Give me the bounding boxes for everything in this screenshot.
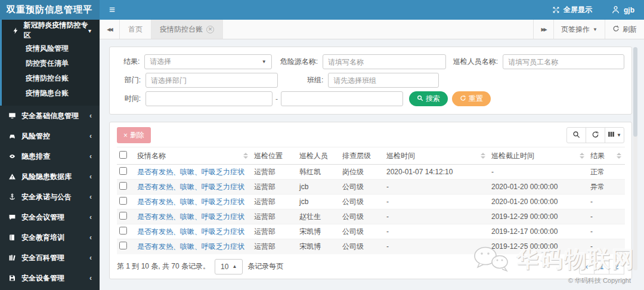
tab-bar: ◀◀ 首页 疫情防控台账 ✕ ▶▶ 页签操作 ▼ 刷新	[100, 20, 644, 39]
sidebar-item[interactable]: 安全教育培训‹	[0, 227, 100, 248]
chevron-left-icon: ‹	[89, 193, 92, 201]
sort-icon[interactable]	[617, 153, 623, 159]
scrollbar-thumb[interactable]	[633, 47, 637, 137]
sidebar-item[interactable]: 风险管控‹	[0, 126, 100, 146]
cell-result: 正常	[588, 165, 625, 180]
department-input[interactable]	[145, 73, 278, 88]
pager-item[interactable]: 2	[609, 259, 624, 274]
sidebar-subitem[interactable]: 疫情隐患台账	[2, 86, 100, 101]
page-size-select[interactable]: 10 ▲	[215, 259, 243, 274]
table-columns-button[interactable]: ▼	[605, 127, 624, 143]
epidemic-name-link[interactable]: 是否有发热、咳嗽、呼吸乏力症状	[137, 242, 244, 251]
cell-time: -	[384, 224, 489, 239]
tabs-scroll-left-button[interactable]: ◀◀	[100, 20, 120, 39]
tab-operations-dropdown[interactable]: 页签操作 ▼	[553, 20, 605, 39]
filter-panel: 结果: 请选择 ▼ 危险源名称: 巡检人员名称: 部门: 班组:	[109, 47, 632, 115]
table-row: 是否有发热、咳嗽、呼吸乏力症状运营部jcb公司级-2020-01-20 00:0…	[117, 195, 625, 209]
cell-level: 公司级	[340, 195, 384, 209]
sort-icon[interactable]	[481, 153, 487, 159]
chevron-left-icon: ‹	[89, 132, 92, 140]
sidebar-item[interactable]: 隐患排查‹	[0, 146, 100, 166]
cell-deadline: 2019-12-17 00:00:00	[489, 224, 588, 239]
column-header[interactable]: 疫情名称	[135, 147, 252, 165]
cell-time: -	[384, 239, 489, 254]
hazard-name-input[interactable]	[323, 54, 446, 69]
tabs-scroll-right-button[interactable]: ▶▶	[533, 20, 553, 39]
delete-button[interactable]: × 删除	[117, 127, 151, 143]
time-start-input[interactable]	[145, 91, 273, 106]
row-checkbox[interactable]	[119, 227, 127, 235]
row-checkbox[interactable]	[119, 242, 127, 249]
row-checkbox[interactable]	[119, 167, 127, 175]
caret-up-icon: ▲	[232, 264, 237, 269]
columns-icon	[608, 131, 615, 140]
sidebar-subitem[interactable]: 疫情风险管理	[2, 41, 100, 56]
column-header[interactable]: 巡检截止时间	[489, 147, 588, 165]
fullscreen-button[interactable]: 全屏显示	[543, 0, 602, 20]
refresh-icon	[612, 25, 620, 34]
search-button[interactable]: 搜索	[409, 91, 448, 106]
table-row: 是否有发热、咳嗽、呼吸乏力症状运营部jcb公司级-2020-01-20 00:0…	[117, 180, 625, 195]
epidemic-name-link[interactable]: 是否有发热、咳嗽、呼吸乏力症状	[137, 168, 244, 176]
epidemic-name-link[interactable]: 是否有发热、咳嗽、呼吸乏力症状	[137, 212, 244, 221]
sidebar-item[interactable]: 安全承诺与公告‹	[0, 187, 100, 207]
sidebar-item[interactable]: 安全百科管理‹	[0, 248, 100, 268]
sidebar-menu: 安全基础信息管理‹风险管控‹隐患排查‹风险隐患数据库‹安全承诺与公告‹安全会议管…	[0, 106, 100, 288]
refresh-tab-button[interactable]: 刷新	[605, 20, 644, 39]
sidebar-submenu: 疫情风险管理防控责任清单疫情防控台账疫情隐患台账	[2, 41, 100, 101]
bolt-icon	[12, 27, 20, 35]
sort-icon[interactable]	[243, 153, 249, 159]
result-select[interactable]: 请选择 ▼	[144, 54, 271, 69]
cell-level: 公司级	[340, 180, 384, 195]
topbar-spacer	[125, 0, 543, 20]
vertical-scrollbar[interactable]	[633, 47, 637, 270]
epidemic-name-link[interactable]: 是否有发热、咳嗽、呼吸乏力症状	[137, 227, 244, 236]
cell-level: 公司级	[340, 224, 384, 239]
caret-down-icon: ▼	[262, 59, 267, 64]
cell-deadline: 2019-12-25 00:00:00	[489, 239, 588, 254]
cell-inspector: 韩红凯	[297, 165, 340, 180]
main-area: ◀◀ 首页 疫情防控台账 ✕ ▶▶ 页签操作 ▼ 刷新 结果:	[100, 20, 644, 290]
table-refresh-button[interactable]	[586, 127, 605, 143]
sidebar-item[interactable]: 安全设备管理‹	[0, 268, 100, 288]
warning-icon	[8, 173, 18, 180]
sidebar-subitem[interactable]: 防控责任清单	[2, 56, 100, 71]
pager-item[interactable]: 1	[594, 259, 609, 274]
cell-time: -	[384, 195, 489, 209]
inspector-name-input[interactable]	[503, 54, 624, 69]
pager: ‹12	[580, 259, 624, 274]
user-menu[interactable]: gjb	[602, 0, 644, 20]
pager-item[interactable]: ‹	[579, 259, 595, 274]
chevron-left-icon: ‹	[89, 254, 92, 262]
column-header[interactable]: 结果	[588, 147, 625, 165]
tab-home[interactable]: 首页	[120, 20, 151, 39]
inspector-name-label: 巡检人员名称:	[453, 57, 498, 67]
sidebar-item[interactable]: 安全基础信息管理‹	[0, 106, 100, 126]
tab-close-icon[interactable]: ✕	[206, 26, 214, 33]
sidebar-item[interactable]: 风险隐患数据库‹	[0, 166, 100, 187]
sidebar-item-epidemic-zone[interactable]: 新冠肺炎疫情防控专区 ▾	[2, 20, 100, 41]
column-header[interactable]: 巡检时间	[384, 147, 489, 165]
table-search-button[interactable]	[566, 127, 586, 143]
time-filter-label: 时间:	[117, 94, 141, 104]
team-input[interactable]	[328, 73, 439, 88]
sidebar-toggle-button[interactable]: ≡	[100, 0, 125, 20]
sidebar-subitem[interactable]: 疫情防控台账	[2, 71, 100, 86]
result-filter-label: 结果:	[117, 57, 140, 67]
row-checkbox[interactable]	[119, 212, 127, 220]
sidebar-item[interactable]: 安全会议管理‹	[0, 207, 100, 227]
table-toolbar: × 删除 ▼	[117, 127, 624, 143]
sort-icon[interactable]	[580, 153, 586, 159]
row-checkbox[interactable]	[119, 197, 127, 205]
row-checkbox[interactable]	[119, 182, 127, 190]
time-end-input[interactable]	[281, 91, 403, 106]
epidemic-name-link[interactable]: 是否有发热、咳嗽、呼吸乏力症状	[137, 183, 244, 191]
username: gjb	[624, 6, 634, 14]
epidemic-name-link[interactable]: 是否有发热、咳嗽、呼吸乏力症状	[137, 198, 244, 206]
select-all-checkbox[interactable]	[119, 151, 127, 159]
pagination-bar: 第 1 到 10 条, 共 70 条记录。 10 ▲ 条记录每页 ‹12	[117, 258, 624, 275]
tab-epidemic-ledger[interactable]: 疫情防控台账 ✕	[151, 20, 223, 39]
cell-inspector: 赵壮生	[297, 209, 340, 224]
hazard-name-label: 危险源名称:	[280, 57, 318, 67]
reset-button[interactable]: 重置	[452, 91, 491, 106]
